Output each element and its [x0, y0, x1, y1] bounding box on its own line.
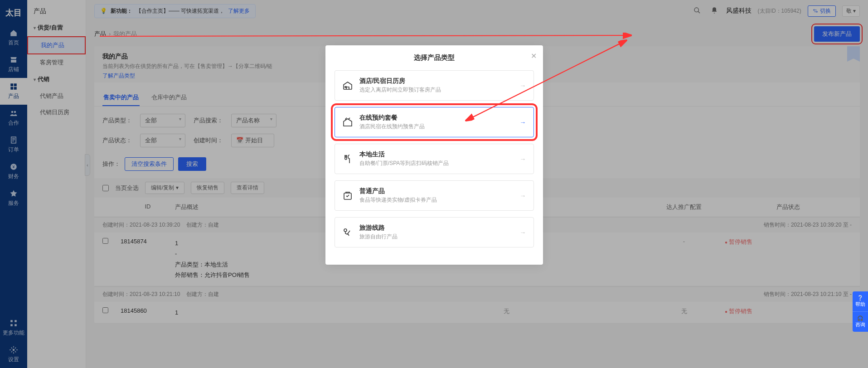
product-type-modal: ✕ 选择产品类型 酒店/民宿日历房选定入离店时间立即预订客房产品 → 在线预约套… [325, 45, 543, 265]
option-travel[interactable]: 旅游线路旅游自由行产品 → [335, 217, 534, 247]
svg-point-10 [344, 229, 347, 232]
arrow-right-icon: → [520, 155, 526, 163]
modal-title: 选择产品类型 [335, 53, 534, 62]
arrow-right-icon: → [520, 229, 526, 236]
option-package[interactable]: 在线预约套餐酒店民宿在线预约预售产品 → [335, 107, 534, 137]
arrow-right-icon: → [520, 119, 526, 126]
goods-icon [342, 190, 353, 201]
travel-icon [342, 227, 353, 238]
arrow-right-icon: → [520, 82, 526, 89]
option-hotel[interactable]: 酒店/民宿日历房选定入离店时间立即预订客房产品 → [335, 70, 534, 101]
modal-mask[interactable]: ✕ 选择产品类型 酒店/民宿日历房选定入离店时间立即预订客房产品 → 在线预约套… [0, 0, 868, 368]
option-local[interactable]: 本地生活自助餐/门票/SPA等到店扫码核销产品 → [335, 144, 534, 174]
package-icon [342, 117, 353, 128]
hotel-icon [342, 80, 353, 91]
close-icon[interactable]: ✕ [531, 52, 537, 60]
float-help-button[interactable]: ❔帮助 [853, 291, 868, 311]
float-help: ❔帮助 🎧咨询 [853, 291, 868, 332]
option-goods[interactable]: 普通产品食品等快递类实物/虚拟卡券产品 → [335, 180, 534, 211]
float-consult-button[interactable]: 🎧咨询 [853, 311, 868, 332]
local-icon [342, 154, 353, 165]
arrow-right-icon: → [520, 192, 526, 199]
svg-rect-8 [345, 87, 346, 87]
